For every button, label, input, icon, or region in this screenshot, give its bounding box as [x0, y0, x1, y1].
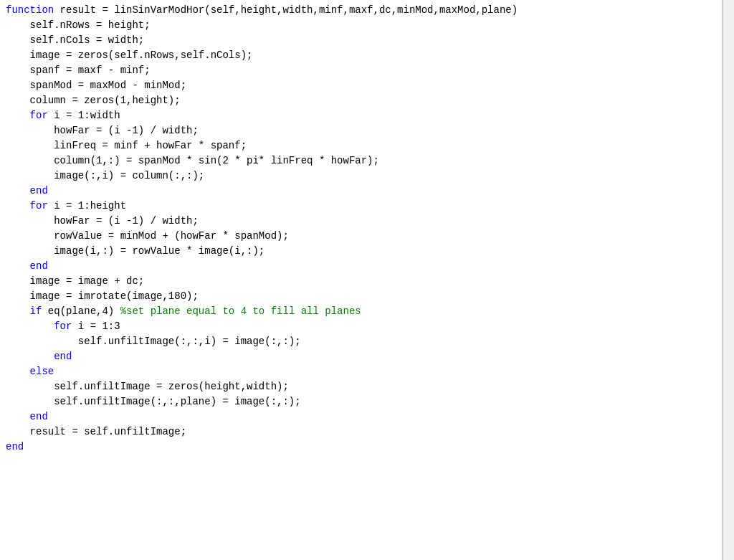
code-token: if	[30, 305, 42, 317]
code-token: end	[6, 441, 24, 452]
code-token: self.unfiltImage = zeros(height,width);	[54, 381, 289, 392]
code-token: image(i,:) = rowValue * image(i,:);	[54, 245, 264, 257]
code-token: self.nCols = width;	[30, 34, 145, 46]
code-line: self.unfiltImage = zeros(height,width);	[0, 379, 722, 394]
code-token: column(1,:) = spanMod * sin(2 * pi* linF…	[54, 155, 379, 166]
code-line: self.nRows = height;	[0, 18, 722, 33]
code-token: else	[30, 366, 54, 377]
code-line: image(i,:) = rowValue * image(i,:);	[0, 244, 722, 259]
code-token: for	[30, 200, 48, 212]
code-line: linFreq = minf + howFar * spanf;	[0, 138, 722, 153]
code-token: linFreq = minf + howFar * spanf;	[54, 140, 247, 151]
code-token: image = zeros(self.nRows,self.nCols);	[30, 49, 253, 61]
code-token: result = self.unfiltImage;	[30, 426, 186, 437]
code-token: for	[54, 321, 72, 332]
code-token: spanf = maxf - minf;	[30, 65, 151, 76]
code-token: image = imrotate(image,180);	[30, 290, 199, 302]
code-line: end	[0, 409, 722, 424]
code-token: end	[30, 185, 48, 196]
code-token: for	[30, 110, 48, 121]
code-line: image = image + dc;	[0, 274, 722, 289]
code-line: column(1,:) = spanMod * sin(2 * pi* linF…	[0, 153, 722, 169]
code-token: end	[30, 411, 48, 422]
code-editor: function result = linSinVarModHor(self,h…	[0, 0, 734, 560]
code-line: end	[0, 184, 722, 199]
code-line: spanf = maxf - minf;	[0, 63, 722, 78]
code-token: eq(plane,4)	[42, 305, 120, 317]
code-line: for i = 1:height	[0, 199, 722, 214]
code-token: self.unfiltImage(:,:,i) = image(:,:);	[78, 336, 301, 347]
code-line: end	[0, 440, 722, 455]
code-token: howFar = (i -1) / width;	[54, 125, 199, 136]
code-content[interactable]: function result = linSinVarModHor(self,h…	[0, 0, 723, 560]
code-token: howFar = (i -1) / width;	[54, 215, 199, 227]
code-line: self.nCols = width;	[0, 33, 722, 48]
code-token: i = 1:width	[48, 110, 120, 121]
code-line: for i = 1:width	[0, 108, 722, 123]
code-line: if eq(plane,4) %set plane equal to 4 to …	[0, 304, 722, 319]
code-token: image = image + dc;	[30, 275, 145, 287]
code-line: function result = linSinVarModHor(self,h…	[0, 3, 722, 18]
code-token: result = linSinVarModHor(self,height,wid…	[54, 4, 518, 16]
code-token: i = 1:3	[72, 321, 120, 332]
code-token: column = zeros(1,height);	[30, 95, 181, 106]
code-token: self.unfiltImage(:,:,plane) = image(:,:)…	[54, 396, 300, 407]
code-token: image(:,i) = column(:,:);	[54, 170, 204, 181]
code-token: %set plane equal to 4 to fill all planes	[120, 305, 361, 317]
code-token: end	[30, 260, 48, 272]
code-token: self.nRows = height;	[30, 19, 151, 31]
code-token: end	[54, 351, 72, 362]
code-line: end	[0, 349, 722, 364]
code-line: rowValue = minMod + (howFar * spanMod);	[0, 229, 722, 244]
code-line: spanMod = maxMod - minMod;	[0, 78, 722, 93]
code-token: spanMod = maxMod - minMod;	[30, 80, 186, 91]
code-token: rowValue = minMod + (howFar * spanMod);	[54, 230, 289, 242]
code-token: function	[6, 4, 54, 16]
code-line: for i = 1:3	[0, 319, 722, 334]
code-line: image = zeros(self.nRows,self.nCols);	[0, 48, 722, 63]
code-line: end	[0, 259, 722, 274]
code-line: image = imrotate(image,180);	[0, 289, 722, 304]
code-line: howFar = (i -1) / width;	[0, 214, 722, 229]
code-line: self.unfiltImage(:,:,plane) = image(:,:)…	[0, 394, 722, 409]
code-line: else	[0, 364, 722, 379]
code-line: self.unfiltImage(:,:,i) = image(:,:);	[0, 334, 722, 349]
code-token: i = 1:height	[48, 200, 126, 212]
scrollbar[interactable]	[723, 0, 734, 560]
code-line: image(:,i) = column(:,:);	[0, 169, 722, 184]
code-line: column = zeros(1,height);	[0, 93, 722, 108]
code-line: result = self.unfiltImage;	[0, 424, 722, 440]
code-line: howFar = (i -1) / width;	[0, 123, 722, 138]
